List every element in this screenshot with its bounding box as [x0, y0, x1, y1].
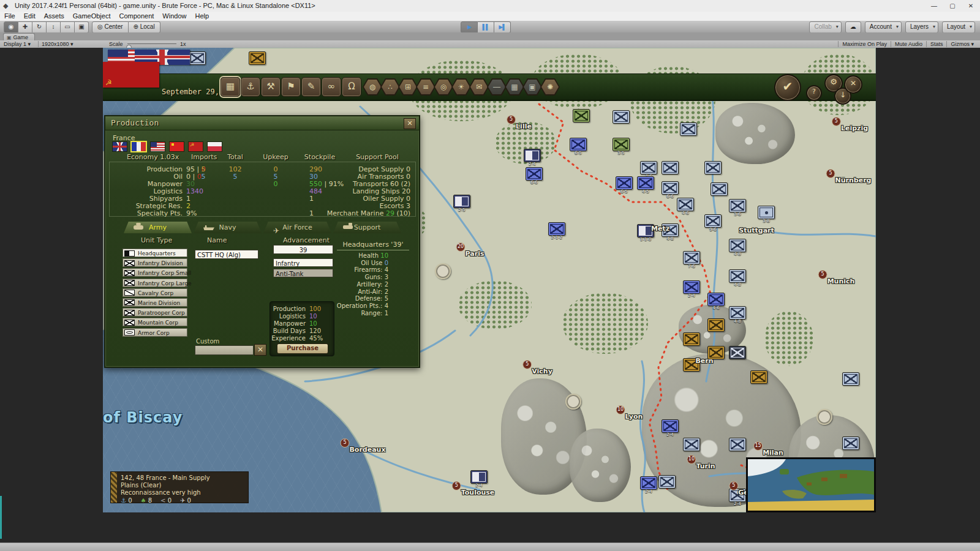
menu-component[interactable]: Component: [115, 12, 158, 20]
rail-button[interactable]: ⊞: [398, 78, 418, 96]
scale-slider[interactable]: [127, 43, 176, 44]
map-unit-counter[interactable]: 4-5: [637, 176, 654, 190]
account-dropdown[interactable]: Account: [865, 21, 902, 33]
display-dropdown[interactable]: Display 1 ▾: [4, 41, 31, 47]
frame-button[interactable]: ▣: [522, 78, 542, 96]
map-unit-counter[interactable]: [662, 161, 679, 174]
map-unit-counter[interactable]: 6-5: [570, 138, 587, 151]
tab-air-force[interactable]: ✈Air Force: [263, 222, 331, 233]
objectives-button[interactable]: ◎: [434, 78, 453, 96]
map-unit-counter[interactable]: [612, 110, 630, 124]
uk-flag-icon[interactable]: [113, 142, 127, 151]
map-unit-counter[interactable]: 6-6: [662, 181, 679, 195]
game-canvas[interactable]: 6-52-46-63-54-66-54-56-64-63-69-63-82-52…: [103, 48, 876, 512]
map-unit-counter[interactable]: 2-5: [453, 195, 470, 208]
map-unit-counter[interactable]: [683, 438, 700, 451]
map-unit-counter[interactable]: 2-4: [662, 419, 679, 433]
map-unit-counter[interactable]: 3-6: [729, 199, 746, 212]
map-unit-counter[interactable]: [707, 318, 725, 332]
map-unit-counter[interactable]: 6-6: [526, 167, 543, 181]
map-unit-counter[interactable]: [683, 332, 700, 346]
production-close-button[interactable]: ✕: [404, 118, 416, 129]
custom-input[interactable]: [195, 345, 254, 355]
naval-button[interactable]: ⚓: [241, 77, 260, 97]
step-button[interactable]: ▶▌: [494, 21, 511, 33]
pl-flag-icon[interactable]: [208, 142, 222, 151]
units-button[interactable]: Ω: [342, 77, 361, 97]
map-unit-counter[interactable]: [704, 161, 722, 174]
unit-type-infantry-corp-small[interactable]: Infantry Corp Small: [123, 268, 187, 277]
unit-type-armor-corp[interactable]: Armor Corp: [123, 328, 187, 337]
map-unit-counter[interactable]: [842, 437, 859, 450]
production-button[interactable]: ▦: [221, 77, 240, 97]
gameview-option-gizmos[interactable]: Gizmos ▾: [946, 41, 978, 47]
combat-button[interactable]: ✺: [540, 78, 560, 96]
diplomacy-button[interactable]: ⚑: [281, 77, 301, 97]
map-unit-counter[interactable]: 9-6: [704, 214, 722, 228]
unit-type-mountain-corp[interactable]: Mountain Corp: [123, 318, 187, 326]
zoom-out-button[interactable]: ―: [487, 78, 507, 96]
minimap[interactable]: [746, 457, 876, 512]
layout-dropdown[interactable]: Layout: [942, 21, 975, 33]
game-close-button[interactable]: ✕: [844, 75, 862, 94]
map-unit-counter[interactable]: 2-4: [683, 280, 700, 294]
gameview-option-maximize-on-play[interactable]: Maximize On Play: [838, 41, 891, 47]
purchase-button[interactable]: Purchase: [277, 343, 328, 354]
end-turn-button[interactable]: ✔: [774, 74, 801, 101]
map-unit-counter[interactable]: 2-4: [524, 149, 541, 162]
collab-dropdown[interactable]: Collab: [809, 21, 841, 33]
map-unit-counter[interactable]: 4-6: [677, 198, 694, 211]
play-button[interactable]: ▶: [461, 21, 478, 33]
custom-clear-button[interactable]: ✕: [254, 344, 266, 356]
minimize-button[interactable]: —: [925, 0, 943, 12]
map-unit-counter[interactable]: 2-4: [640, 476, 657, 490]
unit-type-cavalry-corp[interactable]: Cavalry Corp: [123, 288, 187, 297]
intel-button[interactable]: ∞: [322, 77, 341, 97]
map-unit-counter[interactable]: 6-5: [616, 176, 633, 190]
help-button[interactable]: ?: [806, 85, 822, 101]
maximize-button[interactable]: ▢: [943, 0, 962, 12]
research-button[interactable]: ⚒: [261, 77, 281, 97]
tab-navy[interactable]: Navy: [194, 222, 262, 233]
close-button[interactable]: ✕: [962, 0, 980, 12]
pivot-local-button[interactable]: ⊕ Local: [129, 21, 160, 33]
map-unit-counter[interactable]: [750, 370, 767, 384]
hexgrid-button[interactable]: ∴: [380, 78, 400, 96]
hand-tool[interactable]: ◉: [4, 21, 18, 33]
map-unit-counter[interactable]: 7-6: [683, 251, 700, 264]
unit-name-input[interactable]: CSTT HQ (Alg): [195, 250, 258, 259]
map-unit-counter[interactable]: [189, 51, 206, 65]
su-flag-icon[interactable]: [189, 142, 203, 151]
cloud-button[interactable]: ☁: [845, 21, 861, 33]
map-unit-counter[interactable]: [658, 475, 676, 489]
map-unit-counter[interactable]: 4-6: [707, 293, 725, 306]
map-unit-counter[interactable]: [710, 182, 728, 196]
pivot-center-button[interactable]: ◎ Center: [92, 21, 129, 33]
unit-type-paratrooper-corp[interactable]: Paratrooper Corp: [123, 308, 187, 317]
menu-window[interactable]: Window: [158, 12, 190, 20]
gameview-option-stats[interactable]: Stats: [926, 41, 947, 47]
tab-army[interactable]: Army: [124, 222, 192, 233]
unit-type-infantry-division[interactable]: Infantry Division: [123, 258, 187, 267]
menu-edit[interactable]: Edit: [20, 12, 40, 20]
resolution-dropdown[interactable]: 1920x1080 ▾: [42, 41, 74, 47]
resource-medallion[interactable]: [435, 263, 451, 279]
rotate-tool[interactable]: ↻: [32, 21, 47, 33]
unit-type-marine-division[interactable]: Marine Division: [123, 298, 187, 307]
unit-type-infantry-corp-large[interactable]: Infantry Corp Large: [123, 279, 187, 287]
pause-button[interactable]: ▌▌: [478, 21, 494, 33]
production-panel-titlebar[interactable]: Production ✕: [105, 116, 419, 130]
unit-type-headquarters[interactable]: Headquarters: [123, 249, 187, 257]
menu-gameobject[interactable]: GameObject: [69, 12, 115, 20]
map-unit-counter[interactable]: 4-6: [640, 161, 657, 174]
weather-button[interactable]: ☀: [451, 78, 471, 96]
transform-tool[interactable]: ▣: [75, 21, 89, 33]
map-unit-counter[interactable]: [842, 372, 859, 386]
map-unit-counter[interactable]: 4-8: [729, 239, 746, 252]
map-unit-counter[interactable]: [573, 109, 590, 122]
tab-support[interactable]: Support: [333, 222, 401, 233]
gameview-option-mute-audio[interactable]: Mute Audio: [891, 41, 926, 47]
map-unit-counter[interactable]: [680, 122, 697, 136]
reports-button[interactable]: ✎: [301, 77, 321, 97]
map-unit-counter[interactable]: [249, 51, 266, 65]
